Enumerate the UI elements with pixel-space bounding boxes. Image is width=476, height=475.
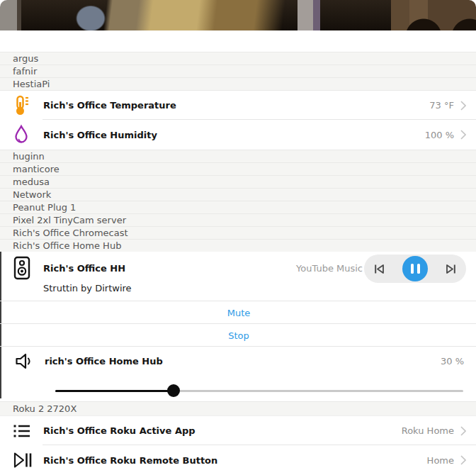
group-label: Network	[13, 190, 51, 199]
volume-slider-thumb[interactable]	[167, 384, 180, 397]
media-player-section: Rich's Office HH YouTube Music	[0, 252, 476, 398]
mute-button[interactable]: Mute	[1, 301, 476, 324]
media-track-title: Struttin by Dirtwire	[13, 283, 476, 294]
media-controls	[364, 255, 466, 283]
entity-value: 100 %	[425, 130, 454, 140]
entity-value: Roku Home	[402, 425, 454, 436]
group-label: fafnir	[13, 67, 37, 76]
group-row-hestiapi[interactable]: HestiaPi	[0, 77, 476, 90]
group-row-argus[interactable]: argus	[0, 52, 476, 65]
water-drop-icon	[13, 124, 35, 145]
volume-row: rich's Office Home Hub 30 %	[1, 347, 476, 398]
group-row-huginn[interactable]: huginn	[0, 150, 476, 162]
group-label: argus	[13, 54, 38, 63]
device-list-page: argus fafnir HestiaPi Rich's Office Temp…	[0, 0, 476, 475]
chevron-right-icon	[460, 455, 466, 465]
skip-previous-button[interactable]	[373, 263, 385, 275]
group-row-richs-office-chromecast[interactable]: Rich's Office Chromecast	[0, 226, 476, 239]
volume-value: 30 %	[441, 356, 464, 367]
entity-label: Rich's Office Roku Remote Button	[43, 455, 427, 466]
list-bulleted-icon	[13, 423, 35, 439]
group-label: Pixel 2xl TinyCam server	[13, 216, 126, 225]
chevron-right-icon	[460, 130, 466, 140]
group-row-fafnir[interactable]: fafnir	[0, 65, 476, 77]
speaker-icon	[13, 256, 35, 280]
volume-label: rich's Office Home Hub	[45, 356, 441, 367]
volume-slider-fill	[55, 390, 174, 392]
group-row-network[interactable]: Network	[0, 188, 476, 201]
group-row-manticore[interactable]: manticore	[0, 162, 476, 175]
group-label: Rich's Office Chromecast	[13, 228, 128, 238]
thermometer-icon	[13, 95, 35, 116]
entity-label: Rich's Office Temperature	[43, 100, 429, 111]
mute-label: Mute	[227, 308, 251, 318]
group-row-richs-office-home-hub[interactable]: Rich's Office Home Hub	[0, 239, 476, 252]
media-player-name: Rich's Office HH	[43, 263, 296, 274]
entity-label: Rich's Office Roku Active App	[43, 425, 402, 436]
group-label: Peanut Plug 1	[13, 203, 76, 212]
skip-next-button[interactable]	[445, 263, 457, 275]
play-pause-icon	[13, 451, 35, 469]
entity-label: Rich's Office Humidity	[43, 130, 425, 140]
group-label: manticore	[13, 164, 60, 174]
stop-label: Stop	[228, 330, 249, 341]
group-row-medusa[interactable]: medusa	[0, 175, 476, 188]
entity-value: 73 °F	[429, 100, 454, 111]
entity-row-roku-active-app[interactable]: Rich's Office Roku Active App Roku Home	[0, 415, 476, 445]
chevron-right-icon	[460, 101, 466, 111]
group-row-roku-2-2720x[interactable]: Roku 2 2720X	[0, 401, 476, 415]
group-row-pixel-2xl-tinycam-server[interactable]: Pixel 2xl TinyCam server	[0, 213, 476, 226]
banner-spacer	[0, 30, 476, 52]
group-label: medusa	[13, 177, 50, 186]
volume-icon	[14, 352, 37, 371]
volume-slider[interactable]	[55, 384, 463, 397]
pause-button[interactable]	[402, 256, 428, 281]
header-banner-image	[0, 0, 476, 30]
group-label: Rich's Office Home Hub	[13, 241, 121, 250]
entity-row-temperature[interactable]: Rich's Office Temperature 73 °F	[0, 90, 476, 120]
group-row-peanut-plug-1[interactable]: Peanut Plug 1	[0, 201, 476, 213]
group-label: HestiaPi	[13, 79, 50, 89]
chevron-right-icon	[460, 426, 466, 436]
entity-value: Home	[427, 455, 454, 466]
group-label: huginn	[13, 152, 45, 161]
media-player-row[interactable]: Rich's Office HH YouTube Music	[1, 252, 476, 301]
entity-row-roku-remote-button[interactable]: Rich's Office Roku Remote Button Home	[0, 445, 476, 475]
group-label: Roku 2 2720X	[13, 404, 76, 413]
media-app-name: YouTube Music	[296, 263, 363, 274]
entity-row-humidity[interactable]: Rich's Office Humidity 100 %	[0, 120, 476, 150]
stop-button[interactable]: Stop	[1, 324, 476, 347]
